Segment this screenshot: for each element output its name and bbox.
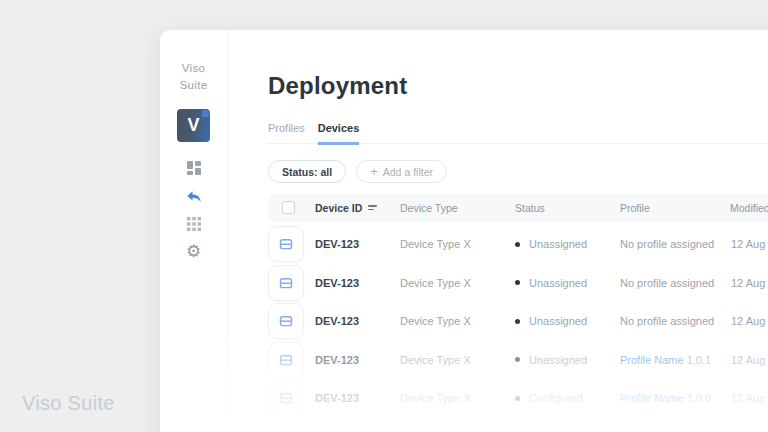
- device-id: DEV-123: [315, 238, 400, 250]
- status-dot-icon: [515, 280, 520, 285]
- tab-bar: Profiles Devices: [268, 122, 768, 144]
- modified-date: 12 Aug 20: [730, 354, 768, 366]
- table-body: DEV-123 Device Type X Unassigned No prof…: [268, 225, 768, 432]
- app-window: Viso Suite V: [160, 30, 768, 432]
- status-dot-icon: [515, 396, 520, 401]
- profile-text: 1.0.0: [684, 392, 712, 404]
- table-header: Device ID Device Type Status Profile Mod…: [268, 193, 768, 222]
- brand-name: Viso Suite: [180, 60, 208, 94]
- tab-devices[interactable]: Devices: [318, 122, 360, 145]
- device-type: Device Type X: [400, 354, 515, 366]
- col-modified: Modified: [730, 202, 768, 214]
- viso-logo[interactable]: V: [177, 109, 210, 142]
- status-label: Unassigned: [529, 277, 587, 289]
- select-all-checkbox[interactable]: [282, 201, 295, 214]
- main-content: Deployment Profiles Devices Status: all …: [228, 30, 768, 432]
- device-icon[interactable]: [268, 303, 304, 339]
- brand-line-1: Viso: [180, 60, 208, 77]
- device-type: Device Type X: [400, 277, 515, 289]
- profile-text: 1.0.1: [684, 354, 712, 366]
- status-dot-icon: [515, 242, 520, 247]
- profile-text: No profile assigned: [620, 315, 714, 327]
- add-filter-button[interactable]: + Add a filter: [356, 160, 447, 183]
- table-row[interactable]: DEV-123 Device Type X Configured Profile…: [268, 379, 768, 418]
- col-device-type: Device Type: [400, 202, 458, 214]
- status-label: Unassigned: [529, 315, 587, 327]
- table-row[interactable]: DEV-123 Device Type X Unassigned No prof…: [268, 264, 768, 303]
- profile-link[interactable]: Profile Name: [620, 392, 684, 404]
- table-row[interactable]: DEV-123 Device Type X Unassigned No prof…: [268, 302, 768, 341]
- status-filter-pill[interactable]: Status: all: [268, 160, 346, 183]
- device-id: DEV-123: [315, 277, 400, 289]
- device-id: DEV-123: [315, 315, 400, 327]
- logo-letter: V: [187, 115, 199, 136]
- col-device-id: Device ID: [315, 202, 362, 214]
- device-type: Device Type X: [400, 392, 515, 404]
- grid-icon[interactable]: [180, 216, 208, 232]
- sidebar-nav: [180, 160, 208, 260]
- plus-icon: +: [370, 165, 378, 178]
- device-id: DEV-123: [315, 354, 400, 366]
- table-row[interactable]: DEV-123 Device Type X Unassigned No prof…: [268, 418, 768, 432]
- col-profile: Profile: [620, 202, 650, 214]
- dashboard-icon[interactable]: [180, 160, 208, 176]
- device-icon[interactable]: [268, 226, 304, 262]
- status-label: Unassigned: [529, 354, 587, 366]
- status-dot-icon: [515, 357, 520, 362]
- sort-icon[interactable]: [368, 205, 377, 210]
- profile-link[interactable]: Profile Name: [620, 354, 684, 366]
- background-watermark: Viso Suite: [22, 392, 115, 415]
- tab-profiles[interactable]: Profiles: [268, 122, 305, 145]
- device-type: Device Type X: [400, 238, 515, 250]
- status-label: Unassigned: [529, 238, 587, 250]
- brand-line-2: Suite: [180, 77, 208, 94]
- status-label: Configured: [529, 392, 583, 404]
- settings-gear-icon[interactable]: [180, 244, 208, 260]
- status-dot-icon: [515, 319, 520, 324]
- modified-date: 12 Aug 20: [730, 392, 768, 404]
- page-title: Deployment: [268, 72, 768, 100]
- device-icon[interactable]: [268, 342, 304, 378]
- add-filter-label: Add a filter: [383, 166, 433, 178]
- modified-date: 12 Aug 20: [730, 315, 768, 327]
- table-row[interactable]: DEV-123 Device Type X Unassigned No prof…: [268, 225, 768, 264]
- sidebar: Viso Suite V: [160, 30, 228, 432]
- col-status: Status: [515, 202, 545, 214]
- device-icon[interactable]: [268, 265, 304, 301]
- device-type: Device Type X: [400, 315, 515, 327]
- back-arrow-icon[interactable]: [180, 188, 208, 204]
- filter-bar: Status: all + Add a filter: [268, 160, 768, 183]
- modified-date: 12 Aug 20: [730, 238, 768, 250]
- table-row[interactable]: DEV-123 Device Type X Unassigned Profile…: [268, 341, 768, 380]
- modified-date: 12 Aug 20: [730, 277, 768, 289]
- device-icon[interactable]: [268, 380, 304, 416]
- device-id: DEV-123: [315, 392, 400, 404]
- profile-text: No profile assigned: [620, 277, 714, 289]
- device-icon[interactable]: [268, 419, 304, 432]
- profile-text: No profile assigned: [620, 238, 714, 250]
